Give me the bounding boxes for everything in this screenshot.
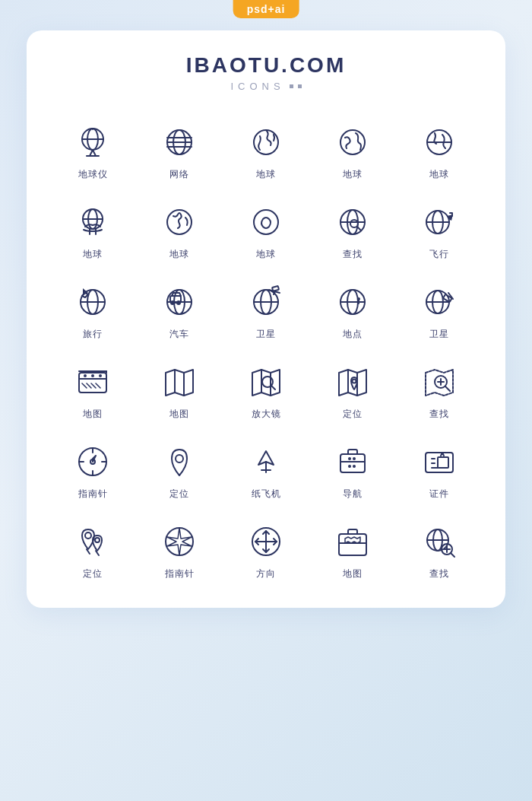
card-header: IBAOTU.COM ICONS xyxy=(42,53,490,92)
icon-globe-satellite: 卫星 xyxy=(223,273,309,345)
svg-point-85 xyxy=(348,457,351,460)
icon-map-zoom: 放大镜 xyxy=(223,353,309,425)
icon-paper-plane: 纸飞机 xyxy=(223,433,309,505)
icon-suitcase-map: 地图 xyxy=(309,513,396,585)
icon-map-fold: 地图 xyxy=(136,353,223,425)
icon-map-dots: 地图 xyxy=(49,353,136,425)
icon-globe-plane: 飞行 xyxy=(396,193,483,265)
icon-magnify-globe: 查找 xyxy=(396,513,483,585)
icon-globe-sail: 旅行 xyxy=(49,273,136,345)
svg-point-20 xyxy=(254,210,278,234)
svg-point-57 xyxy=(91,374,94,377)
format-badge: psd+ai xyxy=(233,0,299,18)
icon-globe-hand: 地球 xyxy=(49,193,136,265)
icon-arrows-move: 方向 xyxy=(223,513,309,585)
svg-point-95 xyxy=(166,528,193,555)
svg-point-58 xyxy=(99,374,102,377)
svg-line-4 xyxy=(93,150,96,156)
main-card: IBAOTU.COM ICONS 地球仪 网络 地球 xyxy=(27,30,505,608)
card-title: IBAOTU.COM xyxy=(42,53,490,78)
svg-line-71 xyxy=(445,386,450,391)
svg-point-80 xyxy=(176,455,183,462)
icon-id-card: 证件 xyxy=(396,433,483,505)
svg-rect-42 xyxy=(272,286,279,291)
icon-globe-stand: 地球仪 xyxy=(49,113,136,186)
svg-point-12 xyxy=(254,130,278,154)
icon-map-pin: 定位 xyxy=(309,353,396,425)
svg-line-105 xyxy=(451,553,454,557)
svg-rect-90 xyxy=(438,457,448,468)
icon-globe-search: 查找 xyxy=(309,193,396,265)
svg-line-66 xyxy=(271,386,275,389)
icon-globe-location: 地点 xyxy=(309,273,396,345)
svg-line-3 xyxy=(90,150,93,156)
svg-point-69 xyxy=(353,380,356,383)
icon-compass-circle: 指南针 xyxy=(49,433,136,505)
icon-globe-tag: 卫星 xyxy=(396,273,483,345)
icon-map-search: 查找 xyxy=(396,353,483,425)
icon-globe-car: 汽车 xyxy=(136,273,223,345)
icon-pin-location: 定位 xyxy=(136,433,223,505)
icon-nav-bag: 导航 xyxy=(309,433,396,505)
svg-point-91 xyxy=(85,532,91,539)
icon-globe-earth1: 地球 xyxy=(223,113,309,186)
icon-globe-map: 地球 xyxy=(136,193,223,265)
card-subtitle: ICONS xyxy=(42,81,490,92)
svg-point-88 xyxy=(353,465,356,468)
icons-grid: 地球仪 网络 地球 地球 地球 xyxy=(42,113,490,585)
svg-point-87 xyxy=(348,465,351,468)
svg-point-92 xyxy=(95,538,100,542)
svg-rect-83 xyxy=(340,454,365,472)
icon-star-compass: 指南针 xyxy=(136,513,223,585)
svg-point-56 xyxy=(84,374,87,377)
icon-multi-pin: 定位 xyxy=(49,513,136,585)
icon-globe-grid: 网络 xyxy=(136,113,223,186)
svg-point-86 xyxy=(353,457,356,460)
icon-globe-aus: 地球 xyxy=(223,193,309,265)
icon-globe-earth2: 地球 xyxy=(309,113,396,186)
icon-globe-earth3: 地球 xyxy=(396,113,483,186)
svg-point-13 xyxy=(340,130,365,154)
